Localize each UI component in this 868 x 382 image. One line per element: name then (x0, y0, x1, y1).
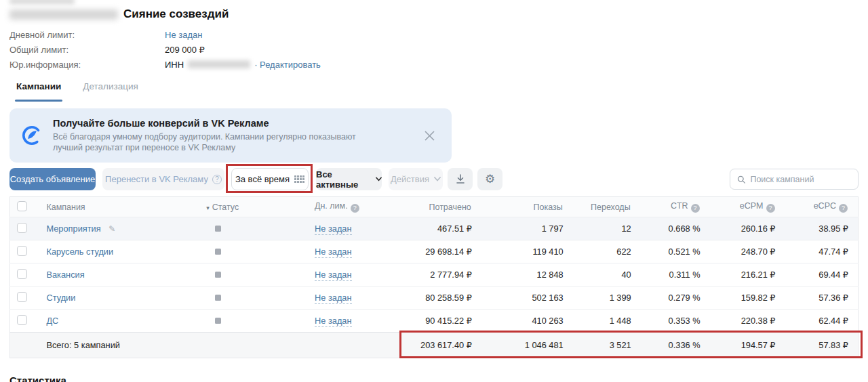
row-checkbox[interactable] (17, 223, 27, 233)
totals-label: Всего: 5 кампаний (42, 333, 197, 358)
help-icon[interactable]: ? (691, 204, 700, 213)
daily-limit-label: Дневной лимит: (9, 30, 165, 40)
cell-spent: 467.51 ₽ (380, 217, 481, 240)
redacted-account-id (9, 9, 118, 20)
cell-ctr: 0.279 % (641, 286, 710, 310)
column-header-spent[interactable]: Потрачено (380, 197, 481, 217)
table-settings-button[interactable]: ⚙ (477, 168, 502, 190)
banner-title: Получайте больше конверсий в VK Рекламе (53, 118, 412, 129)
cell-clicks: 12 (573, 217, 641, 240)
actions-dropdown[interactable]: Действия (389, 168, 443, 190)
column-header-daily-limit[interactable]: Дн. лим.? (305, 197, 380, 217)
chevron-down-icon (434, 177, 441, 182)
status-filter-dropdown[interactable]: Все активные (316, 168, 382, 190)
search-icon (737, 175, 745, 184)
cell-ctr: 0.668 % (641, 217, 710, 240)
campaign-name-link[interactable]: ДС (46, 316, 58, 326)
column-header-ecpm[interactable]: eCPM? (710, 197, 785, 217)
table-row[interactable]: Вакансия ✎ Не задан 2 777.94 ₽ 12 848 40… (10, 263, 859, 286)
help-icon[interactable]: ? (351, 204, 359, 213)
time-period-button[interactable]: За всё время (231, 168, 309, 190)
banner-text-line2: лучший результат при переносе в VK Рекла… (53, 142, 412, 153)
transfer-to-vk-ads-button[interactable]: Перенести в VK Рекламу ? (102, 168, 224, 190)
cell-ctr: 0.311 % (641, 263, 710, 286)
column-header-campaign[interactable]: Кампания (42, 197, 197, 217)
status-stopped-icon (215, 272, 221, 278)
cell-spent: 80 258.59 ₽ (380, 286, 481, 310)
export-download-button[interactable] (448, 168, 473, 190)
cell-ecpm: 216.21 ₽ (710, 263, 785, 286)
totals-ctr: 0.336 % (641, 333, 710, 358)
table-header-row: Кампания ▾Статус Дн. лим.? Потрачено Пок… (10, 197, 859, 217)
table-row[interactable]: Студии ✎ Не задан 80 258.59 ₽ 502 163 1 … (10, 286, 859, 310)
column-header-ctr[interactable]: CTR? (641, 197, 710, 217)
help-icon[interactable]: ? (766, 204, 775, 213)
row-checkbox[interactable] (17, 315, 27, 325)
daily-limit-link[interactable]: Не задан (315, 247, 352, 258)
daily-limit-link[interactable]: Не задан (315, 316, 352, 327)
search-input[interactable] (750, 175, 851, 184)
create-ad-button[interactable]: Создать объявление (9, 168, 96, 190)
column-header-ecpc[interactable]: eCPC? (785, 197, 859, 217)
column-header-status[interactable]: ▾Статус (197, 197, 305, 217)
legal-info-label: Юр.информация: (9, 60, 165, 70)
daily-limit-link[interactable]: Не задан (315, 224, 352, 235)
cell-spent: 2 777.94 ₽ (380, 263, 481, 286)
row-checkbox[interactable] (17, 246, 27, 256)
filter-dropdown-label: Все активные (316, 169, 371, 190)
cell-spent: 29 698.14 ₽ (380, 240, 481, 263)
banner-close-button[interactable] (419, 125, 439, 146)
cell-ecpc: 38.95 ₽ (785, 217, 859, 240)
help-icon[interactable]: ? (839, 204, 848, 213)
campaign-name-link[interactable]: Вакансия (46, 270, 84, 280)
cell-impressions: 502 163 (481, 286, 573, 310)
daily-limit-link[interactable]: Не задан (315, 293, 352, 304)
row-checkbox[interactable] (17, 269, 27, 279)
cell-ecpc: 47.74 ₽ (785, 240, 859, 263)
sort-caret-icon[interactable]: ▾ (206, 205, 210, 211)
cell-ctr: 0.353 % (641, 310, 710, 333)
daily-limit-link[interactable]: Не задан (315, 270, 352, 281)
edit-pencil-icon[interactable]: ✎ (108, 224, 115, 234)
redacted-inn-number (188, 60, 250, 68)
cell-impressions: 410 263 (481, 310, 573, 333)
status-stopped-icon (215, 318, 221, 324)
help-icon[interactable]: ? (212, 175, 222, 184)
calendar-grid-icon (294, 175, 304, 183)
daily-limit-value[interactable]: Не задан (165, 30, 202, 40)
totals-row: Всего: 5 кампаний 203 617.40 ₽ 1 046 481… (10, 333, 859, 358)
period-button-label: За всё время (235, 174, 290, 184)
campaign-name-link[interactable]: Студии (46, 293, 75, 303)
totals-ecpc: 57.83 ₽ (785, 333, 859, 358)
tab-campaigns[interactable]: Кампании (16, 81, 61, 102)
campaign-name-link[interactable]: Мероприятия (46, 224, 100, 234)
actions-dropdown-label: Действия (391, 174, 429, 184)
campaigns-table: Кампания ▾Статус Дн. лим.? Потрачено Пок… (9, 196, 859, 358)
totals-ecpm: 194.57 ₽ (710, 333, 785, 358)
table-row[interactable]: Карусель студии ✎ Не задан 29 698.14 ₽ 1… (10, 240, 859, 263)
download-icon (456, 174, 465, 184)
campaign-search[interactable] (730, 169, 859, 190)
tab-details[interactable]: Детализация (83, 81, 138, 102)
cell-impressions: 1 797 (481, 217, 573, 240)
column-header-impressions[interactable]: Показы (481, 197, 573, 217)
row-checkbox[interactable] (17, 292, 27, 302)
edit-legal-link[interactable]: · Редактировать (254, 60, 321, 70)
transfer-button-label: Перенести в VK Рекламу (105, 174, 208, 184)
page-title: Сияние созвездий (123, 7, 229, 21)
redacted-breadcrumb (9, 0, 75, 4)
status-stopped-icon (215, 295, 221, 301)
campaign-name-link[interactable]: Карусель студии (46, 247, 113, 257)
totals-impressions: 1 046 481 (481, 333, 573, 358)
status-stopped-icon (215, 226, 221, 232)
tab-bar: Кампании Детализация (9, 81, 859, 102)
table-row[interactable]: Мероприятия ✎ Не задан 467.51 ₽ 1 797 12… (10, 217, 859, 240)
column-header-clicks[interactable]: Переходы (573, 197, 641, 217)
cell-impressions: 12 848 (481, 263, 573, 286)
select-all-checkbox[interactable] (17, 201, 27, 211)
close-icon (424, 130, 435, 142)
inn-label: ИНН (165, 60, 184, 70)
vk-ads-promo-banner: Получайте больше конверсий в VK Рекламе … (9, 108, 452, 163)
vk-ads-logo-icon (20, 124, 43, 147)
table-row[interactable]: ДС ✎ Не задан 90 415.22 ₽ 410 263 1 448 … (10, 310, 859, 333)
